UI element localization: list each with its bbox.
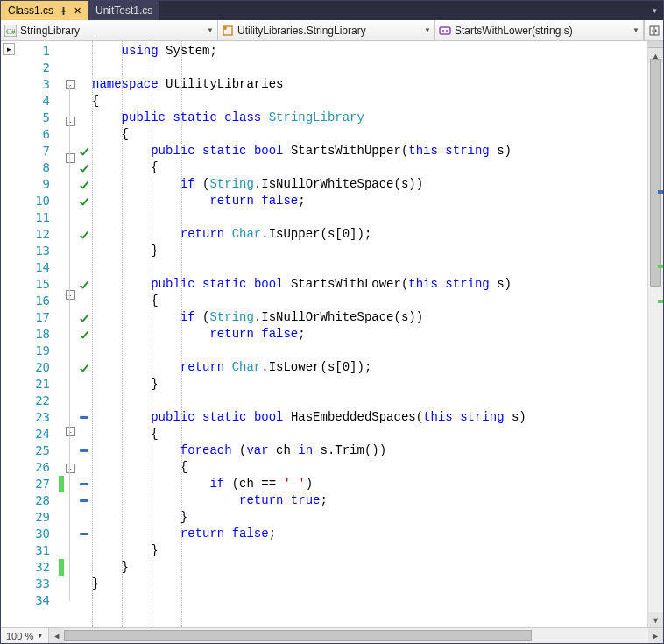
dropdown-toggle-button[interactable]: ▸ [3,43,15,55]
code-editor[interactable]: ▸ 12345678910111213141516171819202122232… [1,41,663,627]
pin-icon[interactable] [59,6,67,15]
code-line[interactable]: return true; [92,492,647,509]
coverage-empty [76,60,92,76]
coverage-empty [76,126,92,143]
code-line[interactable] [92,60,647,76]
line-number: 19 [1,343,59,359]
code-line[interactable]: } [92,559,647,576]
coverage-empty [76,76,92,93]
scrollbar-thumb[interactable] [650,59,661,287]
coverage-empty [76,110,92,126]
coverage-marker-column [76,41,92,627]
code-line[interactable]: } [92,376,647,393]
code-line[interactable]: if (ch == ' ') [92,476,647,492]
tab-class1[interactable]: Class1.cs ✕ [1,1,88,20]
collapse-region-button[interactable]: - [66,290,75,300]
tab-strip: Class1.cs ✕ UnitTest1.cs ▾ [1,1,663,20]
close-icon[interactable]: ✕ [73,6,81,15]
collapse-region-button[interactable]: - [66,80,75,89]
code-line[interactable]: namespace UtilityLibraries [92,76,647,93]
line-number: 30 [1,526,59,542]
code-line[interactable] [92,343,647,359]
line-number: 21 [1,376,59,393]
code-line[interactable]: return false; [92,193,647,209]
zoom-dropdown[interactable]: 100 % ▼ [1,628,49,643]
class-dropdown[interactable]: UtilityLibraries.StringLibrary ▼ [218,20,435,40]
tab-unittest1[interactable]: UnitTest1.cs [88,1,159,20]
member-dropdown[interactable]: StartsWithLower(string s) ▼ [435,20,644,40]
code-line[interactable]: { [92,126,647,143]
line-number: 14 [1,259,59,276]
line-number: 29 [1,509,59,526]
line-number: 22 [1,393,59,409]
line-number: 28 [1,492,59,509]
code-line[interactable]: return Char.IsUpper(s[0]); [92,226,647,243]
csharp-icon: C# [4,25,17,37]
code-line[interactable]: return false; [92,526,647,542]
collapse-region-button[interactable]: - [66,464,75,473]
project-dropdown[interactable]: C# StringLibrary ▼ [1,20,218,40]
code-line[interactable]: foreach (var ch in s.Trim()) [92,442,647,459]
scroll-down-button[interactable]: ▼ [648,612,663,627]
code-line[interactable] [92,209,647,226]
splitter-handle[interactable] [648,41,663,48]
coverage-empty [76,393,92,409]
code-line[interactable]: return false; [92,326,647,343]
line-number: 9 [1,176,59,193]
coverage-uncovered-icon [76,526,92,542]
coverage-empty [76,243,92,259]
code-line[interactable]: public static bool HasEmbeddedSpaces(thi… [92,409,647,426]
code-line[interactable]: { [92,93,647,110]
line-number: 5 [1,110,59,126]
line-number: 6 [1,126,59,143]
code-line[interactable]: { [92,426,647,442]
coverage-covered-icon [76,143,92,159]
scrollbar-thumb[interactable] [64,630,531,641]
line-number: 24 [1,426,59,442]
split-editor-button[interactable] [644,20,663,40]
collapse-region-button[interactable]: - [66,427,75,436]
code-line[interactable]: { [92,459,647,476]
tab-overflow-icon[interactable]: ▾ [650,6,660,15]
code-content[interactable]: using System;namespace UtilityLibraries{… [92,41,647,627]
class-icon [222,25,234,37]
collapse-region-button[interactable]: - [66,153,75,163]
code-line[interactable]: if (String.IsNullOrWhiteSpace(s)) [92,309,647,326]
coverage-empty [76,509,92,526]
line-number: 27 [1,476,59,492]
code-line[interactable]: public static bool StartsWithLower(this … [92,276,647,293]
tab-label: Class1.cs [8,4,53,17]
code-line[interactable]: using System; [92,43,647,60]
coverage-uncovered-icon [76,476,92,492]
code-line[interactable] [92,393,647,409]
svg-text:C#: C# [6,27,16,36]
code-line[interactable] [92,592,647,609]
code-line[interactable]: public static class StringLibrary [92,110,647,126]
code-line[interactable] [92,259,647,276]
chevron-down-icon: ▼ [207,26,214,34]
code-line[interactable]: } [92,576,647,592]
scroll-right-button[interactable]: ► [648,628,663,643]
chevron-down-icon: ▼ [424,26,431,34]
coverage-empty [76,343,92,359]
code-line[interactable]: return Char.IsLower(s[0]); [92,359,647,376]
code-line[interactable]: if (String.IsNullOrWhiteSpace(s)) [92,176,647,193]
line-number: 18 [1,326,59,343]
code-line[interactable]: } [92,542,647,559]
line-number: 33 [1,576,59,592]
code-line[interactable]: } [92,509,647,526]
code-line[interactable]: public static bool StartsWithUpper(this … [92,143,647,159]
code-line[interactable]: { [92,293,647,309]
coverage-empty [76,459,92,476]
line-number: 31 [1,542,59,559]
project-name: StringLibrary [20,25,203,37]
vertical-scrollbar[interactable]: ▲ ▼ [647,41,663,627]
chevron-down-icon: ▼ [37,633,43,639]
coverage-covered-icon [76,276,92,293]
coverage-covered-icon [76,159,92,176]
horizontal-scrollbar[interactable]: ◄ ► [49,628,663,643]
code-line[interactable]: } [92,243,647,259]
collapse-region-button[interactable]: - [66,117,75,126]
scroll-left-button[interactable]: ◄ [49,628,64,643]
code-line[interactable]: { [92,159,647,176]
